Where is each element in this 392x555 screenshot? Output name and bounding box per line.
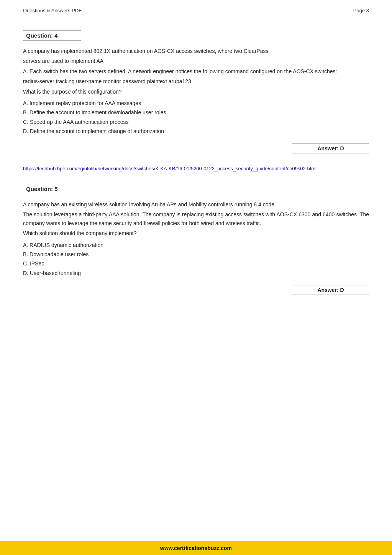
q5-answer: Answer: D [292,285,369,295]
header-left: Questions & Answers PDF [23,8,82,13]
q5-option-b: B. Downloadable user roles [23,250,369,259]
q4-option-b: B. Define the account to implement downl… [23,108,369,117]
question-5-body: A company has an existing wireless solut… [23,200,369,277]
q4-line4: radius-server tracking user-name monitor… [23,77,369,86]
q5-option-a: A. RADIUS dynamic authorization [23,241,369,249]
footer-url: www.certificationsbuzz.com [160,545,232,551]
q5-line2: The solution leverages a third-party AAA… [23,210,369,227]
q4-answer: Answer: D [292,143,369,153]
q4-line5: What is the purpose of this configuratio… [23,87,369,96]
header-right: Page 3 [353,8,369,13]
question-5-title-box: Question: 5 [23,184,81,194]
q5-line1: A company has an existing wireless solut… [23,200,369,209]
q5-options: A. RADIUS dynamic authorization B. Downl… [23,241,369,278]
q4-line3: A. Each switch has the two servers defin… [23,67,369,76]
q4-line1: A company has implemented 802.1X authent… [23,47,369,55]
question-5-block: Question: 5 A company has an existing wi… [23,184,369,295]
q4-answer-box: Answer: D [23,143,369,153]
question-4-body: A company has implemented 802.1X authent… [23,47,369,136]
page-header: Questions & Answers PDF Page 3 [23,8,369,15]
reference-link: https://techhub.hpe.com/eginfolib/networ… [23,165,369,173]
question-4-title: Question: 4 [26,32,58,39]
q4-options: A. Implement replay protection for AAA m… [23,99,369,136]
q4-option-c: C. Speed up the AAA authentication proce… [23,118,369,126]
q5-line3: Which solution should the company implem… [23,229,369,237]
q5-option-c: C. IPSec [23,259,369,268]
q5-answer-box: Answer: D [23,285,369,295]
q4-option-a: A. Implement replay protection for AAA m… [23,99,369,107]
reference-url: https://techhub.hpe.com/eginfolib/networ… [23,166,317,171]
footer: www.certificationsbuzz.com [0,541,392,555]
question-4-title-box: Question: 4 [23,30,81,41]
q4-line2: servers are used to implement AA [23,57,369,65]
q5-option-d: D. User-based tunneling [23,269,369,277]
question-5-title: Question: 5 [26,186,58,192]
q4-option-d: D. Define the account to implement chang… [23,127,369,135]
page-container: Questions & Answers PDF Page 3 Question:… [0,0,392,555]
question-4-block: Question: 4 A company has implemented 80… [23,30,369,153]
